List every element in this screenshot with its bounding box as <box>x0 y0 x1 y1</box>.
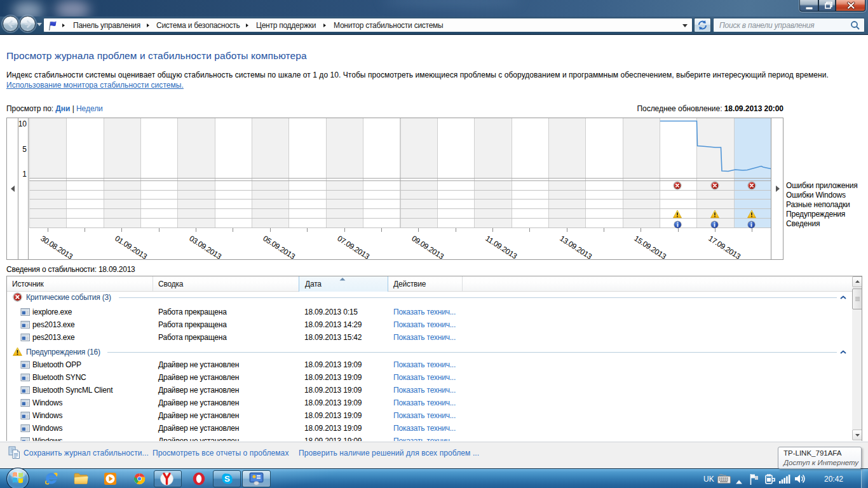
svg-text:S: S <box>224 474 230 484</box>
